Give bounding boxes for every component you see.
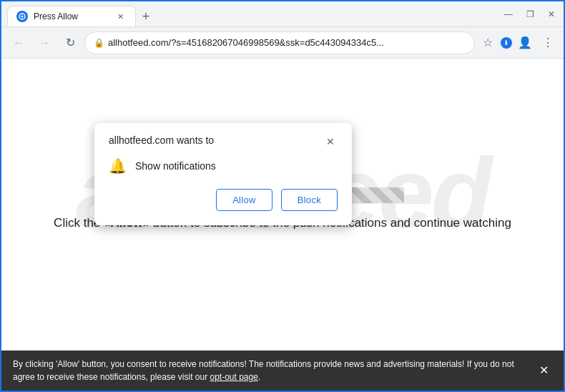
window-controls: — ❐ ✕ bbox=[502, 8, 558, 21]
popup-header: allhotfeed.com wants to ✕ bbox=[109, 134, 338, 149]
popup-buttons: Allow Block bbox=[109, 189, 338, 211]
block-button[interactable]: Block bbox=[281, 189, 338, 211]
svg-point-1 bbox=[21, 16, 24, 18]
title-bar: Press Allow ✕ + — ❐ ✕ bbox=[1, 1, 564, 27]
tab-area: Press Allow ✕ + bbox=[7, 1, 491, 26]
popup-notification-text: Show notifications bbox=[135, 160, 216, 172]
browser-window: Press Allow ✕ + — ❐ ✕ ← → bbox=[0, 0, 565, 392]
minimize-button[interactable]: — bbox=[502, 8, 515, 21]
address-bar[interactable]: 🔒 allhotfeed.com/?s=451682067046998569&s… bbox=[84, 31, 475, 54]
allow-button[interactable]: Allow bbox=[216, 189, 272, 211]
popup-close-button[interactable]: ✕ bbox=[323, 134, 338, 149]
close-button[interactable]: ✕ bbox=[545, 8, 558, 21]
reload-button[interactable]: ↻ bbox=[59, 31, 82, 54]
nav-bar: ← → ↻ 🔒 allhotfeed.com/?s=45168206704699… bbox=[1, 27, 564, 59]
bell-icon: 🔔 bbox=[109, 157, 127, 175]
active-tab[interactable]: Press Allow ✕ bbox=[7, 6, 136, 26]
back-button[interactable]: ← bbox=[7, 31, 30, 54]
tab-title: Press Allow bbox=[34, 11, 78, 21]
popup-title: allhotfeed.com wants to bbox=[109, 134, 214, 146]
account-button[interactable]: 👤 bbox=[515, 33, 535, 53]
popup-notification-row: 🔔 Show notifications bbox=[109, 157, 338, 175]
opt-out-link[interactable]: opt-out page bbox=[210, 372, 257, 382]
address-text: allhotfeed.com/?s=451682067046998569&ssk… bbox=[108, 37, 466, 48]
page-content: allhofeed Click the «Allow» button to su… bbox=[1, 59, 564, 351]
maximize-button[interactable]: ❐ bbox=[524, 8, 536, 21]
download-icon: ⬇ bbox=[501, 37, 512, 49]
tab-favicon bbox=[16, 11, 28, 22]
bottom-bar-close-button[interactable]: ✕ bbox=[535, 362, 552, 379]
bottom-bar-text: By clicking 'Allow' button, you consent … bbox=[13, 358, 526, 383]
bookmark-button[interactable]: ☆ bbox=[478, 33, 498, 53]
forward-button[interactable]: → bbox=[33, 31, 56, 54]
new-tab-button[interactable]: + bbox=[136, 6, 156, 26]
menu-button[interactable]: ⋮ bbox=[538, 33, 558, 53]
bottom-info-bar: By clicking 'Allow' button, you consent … bbox=[1, 351, 564, 391]
tab-close-button[interactable]: ✕ bbox=[114, 10, 127, 23]
notification-popup: allhotfeed.com wants to ✕ 🔔 Show notific… bbox=[94, 123, 352, 225]
lock-icon: 🔒 bbox=[94, 38, 104, 48]
